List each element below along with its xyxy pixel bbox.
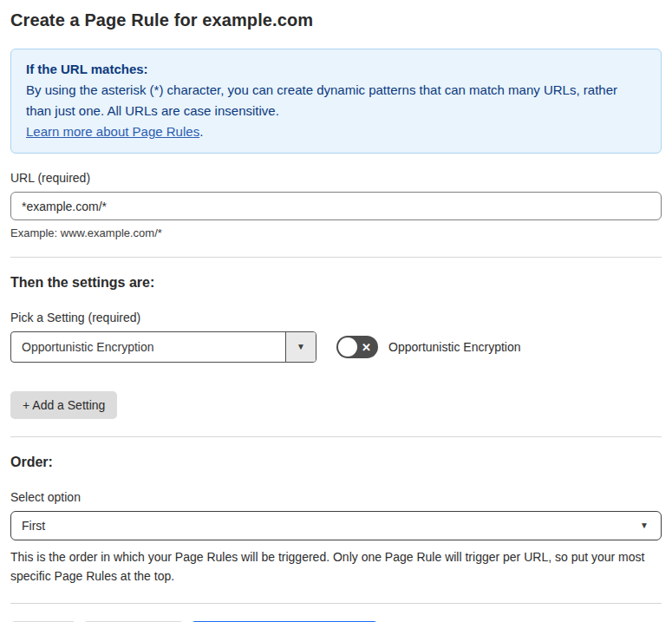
info-box-heading: If the URL matches: — [26, 59, 646, 80]
x-icon: ✕ — [362, 342, 371, 353]
link-suffix: . — [199, 124, 203, 139]
toggle-label: Opportunistic Encryption — [388, 340, 521, 354]
setting-dropdown-arrow-button[interactable]: ▼ — [285, 332, 316, 362]
caret-down-icon: ▼ — [640, 521, 649, 530]
caret-down-icon: ▼ — [297, 343, 305, 351]
url-matches-info-box: If the URL matches: By using the asteris… — [10, 49, 662, 154]
add-setting-button[interactable]: + Add a Setting — [10, 391, 117, 419]
toggle-knob — [338, 337, 357, 357]
setting-dropdown-value: Opportunistic Encryption — [11, 332, 285, 362]
toggle-wrap: ✕ Opportunistic Encryption — [336, 336, 521, 358]
url-input[interactable] — [10, 192, 662, 220]
order-select-value: First — [22, 519, 45, 533]
info-box-body: By using the asterisk (*) character, you… — [26, 80, 646, 121]
order-section-heading: Order: — [10, 455, 662, 470]
info-box-link-line: Learn more about Page Rules. — [26, 121, 646, 142]
select-option-label: Select option — [10, 490, 662, 504]
settings-section-heading: Then the settings are: — [10, 275, 662, 291]
pick-setting-label: Pick a Setting (required) — [10, 311, 662, 324]
learn-more-link[interactable]: Learn more about Page Rules — [26, 124, 199, 139]
url-example-hint: Example: www.example.com/* — [10, 226, 662, 239]
setting-row: Opportunistic Encryption ▼ ✕ Opportunist… — [10, 331, 662, 363]
setting-dropdown[interactable]: Opportunistic Encryption ▼ — [10, 331, 316, 363]
create-page-rule-form: Create a Page Rule for example.com If th… — [0, 0, 672, 622]
opportunistic-encryption-toggle[interactable]: ✕ — [336, 336, 378, 358]
divider — [10, 257, 662, 258]
divider — [10, 436, 662, 437]
divider — [10, 603, 662, 604]
order-select[interactable]: First ▼ — [10, 511, 662, 540]
url-label: URL (required) — [10, 171, 662, 185]
order-help-text: This is the order in which your Page Rul… — [10, 547, 662, 586]
page-title: Create a Page Rule for example.com — [10, 10, 662, 30]
